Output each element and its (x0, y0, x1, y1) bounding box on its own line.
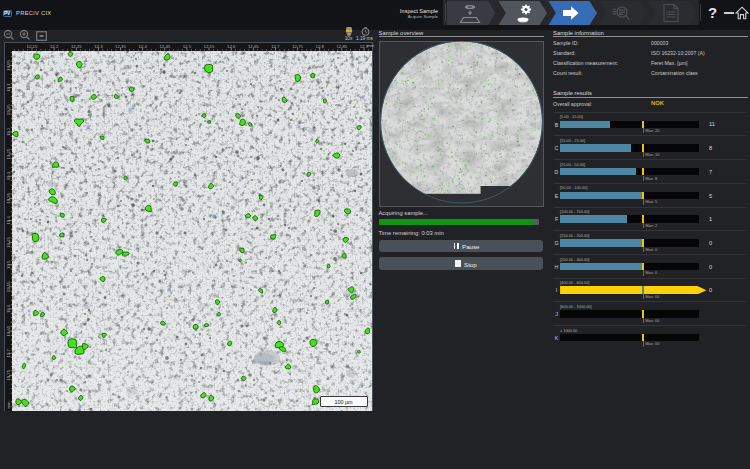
svg-text:mm: mm (6, 401, 11, 409)
